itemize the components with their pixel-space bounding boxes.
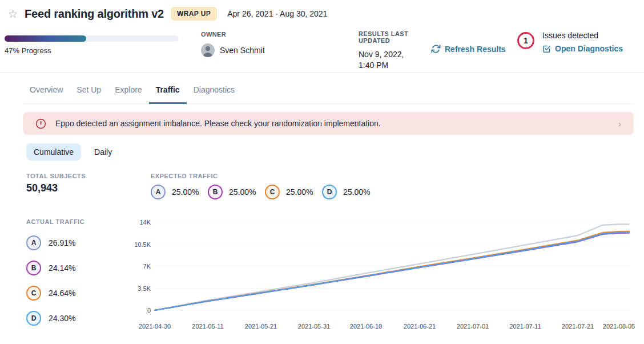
- expected-traffic-item-c: C25.00%: [265, 185, 313, 199]
- traffic-line-chart: 03.5K7K10.5K14K 2021-04-302021-05-112021…: [131, 217, 644, 340]
- x-axis-label-2021-05-31: 2021-05-31: [298, 323, 330, 330]
- x-axis-label-2021-07-01: 2021-07-01: [457, 323, 489, 330]
- y-axis-label-10-5k: 10.5K: [131, 241, 151, 248]
- expected-traffic-item-b: B25.00%: [208, 185, 256, 199]
- progress-bar-fill: [5, 35, 86, 42]
- warning-circle-icon: [35, 118, 46, 129]
- issues-count-badge: 1: [517, 32, 534, 49]
- expected-traffic-pct-a: 25.00%: [172, 187, 199, 197]
- progress-label: 47% Progress: [5, 46, 51, 55]
- imbalance-alert-banner[interactable]: Eppo detected an assignment imbalance. P…: [23, 112, 634, 135]
- variant-a-badge: A: [26, 235, 41, 250]
- variant-d-badge: D: [322, 185, 337, 199]
- total-subjects-block: TOTAL SUBJECTS 50,943: [26, 173, 86, 194]
- variant-c-badge: C: [265, 185, 280, 199]
- x-axis-label-2021-07-21: 2021-07-21: [562, 323, 594, 330]
- expected-traffic-label: EXPECTED TRAFFIC: [151, 173, 370, 179]
- y-axis-label-3-5k: 3.5K: [131, 285, 151, 292]
- results-block: RESULTS LAST UPDATED Nov 9, 2022, 1:40 P…: [359, 30, 427, 71]
- actual-traffic-pct-a: 26.91%: [49, 238, 75, 247]
- actual-traffic-item-c: C24.64%: [26, 285, 74, 301]
- expected-traffic-item-a: A25.00%: [151, 185, 199, 199]
- favorite-star-icon[interactable]: ☆: [8, 9, 18, 19]
- alert-message: Eppo detected an assignment imbalance. P…: [55, 119, 609, 128]
- tab-explore[interactable]: Explore: [108, 81, 148, 104]
- progress-bar: [5, 35, 179, 42]
- owner-block: OWNER Sven Schmit: [201, 31, 265, 57]
- tab-overview[interactable]: Overview: [23, 81, 70, 104]
- page-title: Feed ranking algorithm v2: [25, 7, 164, 21]
- owner-name: Sven Schmit: [220, 46, 265, 55]
- total-subjects-label: TOTAL SUBJECTS: [26, 173, 86, 179]
- header-divider: [0, 73, 644, 73]
- tab-diagnostics[interactable]: Diagnostics: [187, 81, 242, 104]
- actual-traffic-pct-d: 24.30%: [49, 314, 75, 323]
- actual-traffic-label: ACTUAL TRAFFIC: [26, 218, 84, 225]
- x-axis-label-2021-04-30: 2021-04-30: [139, 323, 171, 330]
- experiment-traffic-page: ☆ Feed ranking algorithm v2 WRAP UP Apr …: [0, 0, 644, 344]
- checked-box-icon: [542, 45, 551, 53]
- expected-traffic-pct-c: 25.00%: [286, 187, 313, 197]
- x-axis-label-2021-06-10: 2021-06-10: [350, 323, 382, 330]
- x-axis-label-2021-05-21: 2021-05-21: [245, 323, 277, 330]
- experiment-date-range: Apr 26, 2021 - Aug 30, 2021: [227, 9, 327, 18]
- actual-traffic-block: ACTUAL TRAFFIC A26.91%B24.14%C24.64%D24.…: [26, 218, 84, 326]
- series-line-a: [155, 224, 629, 310]
- expected-traffic-block: EXPECTED TRAFFIC A25.00%B25.00%C25.00%D2…: [151, 173, 370, 199]
- status-badge: WRAP UP: [171, 7, 217, 21]
- actual-traffic-item-b: B24.14%: [26, 260, 74, 275]
- toggle-daily[interactable]: Daily: [87, 143, 119, 161]
- person-icon: [201, 43, 215, 57]
- owner-avatar: [201, 43, 215, 57]
- toggle-cumulative[interactable]: Cumulative: [26, 143, 81, 161]
- y-axis-label-7k: 7K: [131, 263, 151, 270]
- issues-detected-label: Issues detected: [542, 31, 623, 40]
- tab-traffic[interactable]: Traffic: [149, 81, 187, 104]
- expected-traffic-pct-b: 25.00%: [229, 187, 256, 197]
- owner-label: OWNER: [201, 31, 265, 38]
- variant-d-badge: D: [26, 311, 41, 326]
- expected-traffic-pct-d: 25.00%: [343, 187, 370, 197]
- x-axis-label-2021-05-11: 2021-05-11: [192, 323, 223, 330]
- actual-traffic-item-d: D24.30%: [26, 310, 74, 326]
- open-diagnostics-button[interactable]: Open Diagnostics: [542, 44, 623, 53]
- total-subjects-value: 50,943: [26, 182, 86, 194]
- chart-canvas: [131, 217, 644, 331]
- refresh-icon: [431, 44, 441, 54]
- tab-set-up[interactable]: Set Up: [70, 81, 108, 104]
- y-axis-label-0: 0: [131, 307, 151, 314]
- results-timestamp: Nov 9, 2022, 1:40 PM: [359, 49, 421, 71]
- refresh-results-label: Refresh Results: [445, 45, 506, 54]
- actual-traffic-pct-c: 24.64%: [49, 289, 75, 298]
- variant-a-badge: A: [151, 185, 166, 199]
- actual-traffic-item-a: A26.91%: [26, 235, 74, 250]
- view-toggle: CumulativeDaily: [26, 143, 119, 161]
- variant-b-badge: B: [26, 261, 41, 275]
- results-last-updated-label: RESULTS LAST UPDATED: [359, 30, 427, 44]
- x-axis-label-2021-07-11: 2021-07-11: [509, 323, 541, 330]
- refresh-results-button[interactable]: Refresh Results: [431, 44, 506, 54]
- header-title-row: ☆ Feed ranking algorithm v2 WRAP UP Apr …: [8, 7, 327, 21]
- actual-traffic-pct-b: 24.14%: [49, 263, 75, 273]
- expected-traffic-legend: A25.00%B25.00%C25.00%D25.00%: [151, 185, 370, 199]
- open-diagnostics-label: Open Diagnostics: [555, 44, 623, 53]
- issues-block: 1 Issues detected Open Diagnostics: [517, 31, 623, 53]
- x-axis-label-2021-08-05: 2021-08-05: [603, 323, 635, 330]
- x-axis-label-2021-06-21: 2021-06-21: [404, 323, 436, 330]
- expected-traffic-item-d: D25.00%: [322, 185, 370, 199]
- variant-c-badge: C: [26, 286, 41, 301]
- tab-bar: OverviewSet UpExploreTrafficDiagnostics: [23, 81, 634, 104]
- y-axis-label-14k: 14K: [131, 219, 151, 226]
- chevron-right-icon: ›: [618, 119, 621, 128]
- variant-b-badge: B: [208, 185, 223, 199]
